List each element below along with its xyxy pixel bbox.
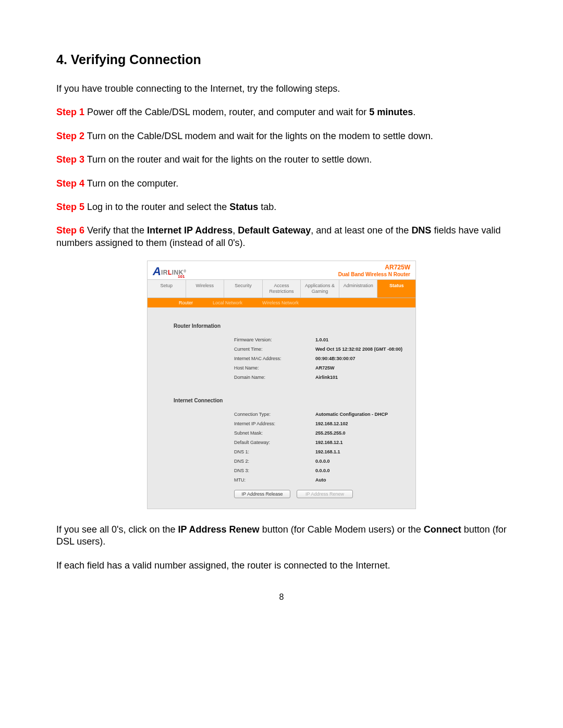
row-dns3: DNS 3: 0.0.0.0: [158, 468, 409, 473]
kv-label: DNS 3:: [234, 468, 307, 473]
router-header: A IR L INK ® 101 AR725W Dual Band Wirele…: [148, 261, 415, 279]
document-page: 4. Verifying Connection If you have trou…: [0, 0, 563, 623]
t1: If you see all 0's, click on the: [56, 524, 178, 535]
status-body: Router Information Firmware Version: 1.0…: [148, 307, 415, 509]
section-internet-connection: Internet Connection: [174, 398, 409, 403]
step-text: Log in to the router and select the: [84, 202, 229, 212]
step-label: Step 4: [56, 178, 84, 189]
model-description: Dual Band Wireless N Router: [338, 272, 410, 278]
kv-label: Connection Type:: [234, 412, 307, 417]
kv-value: Auto: [315, 477, 326, 483]
kv-label: Subnet Mask:: [234, 430, 307, 436]
row-mtu: MTU: Auto: [158, 477, 409, 483]
after-paragraph-1: If you see all 0's, click on the IP Addr…: [56, 524, 507, 548]
row-connection-type: Connection Type: Automatic Configuration…: [158, 412, 409, 417]
kv-label: Firmware Version:: [234, 337, 307, 342]
subtab-wireless-network[interactable]: Wireless Network: [262, 300, 299, 305]
kv-label: Internet MAC Address:: [234, 356, 307, 361]
row-default-gateway: Default Gateway: 192.168.12.1: [158, 440, 409, 445]
b3: DNS: [411, 225, 431, 236]
row-host-name: Host Name: AR725W: [158, 365, 409, 371]
kv-value: AR725W: [315, 365, 335, 371]
model-number: AR725W: [338, 264, 410, 272]
logo-reg: ®: [183, 269, 187, 273]
intro-paragraph: If you have trouble connecting to the In…: [56, 83, 507, 95]
step-label: Step 5: [56, 202, 84, 212]
step-1: Step 1 Power off the Cable/DSL modem, ro…: [56, 106, 507, 118]
step-5: Step 5 Log in to the router and select t…: [56, 201, 507, 213]
row-dns2: DNS 2: 0.0.0.0: [158, 459, 409, 464]
tab-access-restrictions[interactable]: Access Restrictions: [263, 279, 301, 298]
step-bold: 5 minutes: [369, 107, 413, 117]
row-subnet-mask: Subnet Mask: 255.255.255.0: [158, 430, 409, 436]
kv-value: 192.168.12.1: [315, 440, 343, 445]
row-domain-name: Domain Name: Airlink101: [158, 375, 409, 380]
step-text: Turn on the computer.: [84, 178, 178, 189]
row-internet-mac: Internet MAC Address: 00:90:4B:30:00:07: [158, 356, 409, 361]
step-label: Step 1: [56, 107, 84, 117]
t3: , and at least one of the: [311, 225, 411, 236]
tab-applications-gaming[interactable]: Applications & Gaming: [301, 279, 339, 298]
section-heading: 4. Verifying Connection: [56, 52, 507, 67]
kv-label: Current Time:: [234, 347, 307, 352]
tab-setup[interactable]: Setup: [148, 279, 186, 298]
step-bold: Status: [229, 202, 258, 212]
step-6: Step 6 Verify that the Internet IP Addre…: [56, 225, 507, 249]
row-current-time: Current Time: Wed Oct 15 12:32:02 2008 (…: [158, 347, 409, 352]
kv-label: Internet IP Address:: [234, 421, 307, 426]
subtab-router[interactable]: Router: [179, 300, 193, 305]
section-router-information: Router Information: [174, 323, 409, 329]
kv-label: MTU:: [234, 477, 307, 483]
tab-wireless[interactable]: Wireless: [186, 279, 225, 298]
airlink-logo: A IR L INK ® 101: [153, 265, 187, 277]
step-text: Turn on the router and wait for the ligh…: [84, 154, 372, 165]
sub-tab-bar: Router Local Network Wireless Network: [148, 298, 415, 307]
header-right: AR725W Dual Band Wireless N Router: [338, 264, 410, 277]
step-text-b: .: [413, 107, 415, 117]
kv-value: Airlink101: [315, 375, 338, 380]
b2: Connect: [424, 524, 461, 535]
kv-label: DNS 2:: [234, 459, 307, 464]
step-label: Step 2: [56, 131, 84, 141]
tab-security[interactable]: Security: [224, 279, 263, 298]
step-label: Step 3: [56, 154, 84, 165]
logo-sub: 101: [178, 274, 185, 279]
t2: ,: [232, 225, 238, 236]
ip-address-release-button[interactable]: IP Address Release: [234, 490, 290, 498]
subtab-local-network[interactable]: Local Network: [213, 300, 242, 305]
logo-text-1: IR: [161, 269, 168, 276]
kv-value: Automatic Configuration - DHCP: [315, 412, 388, 417]
t1: Verify that the: [84, 225, 147, 236]
kv-value: 1.0.01: [315, 337, 328, 342]
row-internet-ip: Internet IP Address: 192.168.12.102: [158, 421, 409, 426]
router-status-screenshot: A IR L INK ® 101 AR725W Dual Band Wirele…: [147, 261, 416, 509]
step-label: Step 6: [56, 225, 84, 236]
tab-status[interactable]: Status: [377, 279, 415, 298]
kv-label: DNS 1:: [234, 449, 307, 454]
b1: Internet IP Address: [147, 225, 232, 236]
step-4: Step 4 Turn on the computer.: [56, 178, 507, 190]
main-tab-bar: Setup Wireless Security Access Restricti…: [148, 279, 415, 298]
b1: IP Address Renew: [178, 524, 260, 535]
kv-label: Domain Name:: [234, 375, 307, 380]
kv-value: 192.168.1.1: [315, 449, 340, 454]
kv-value: 0.0.0.0: [315, 468, 330, 473]
step-text-b: tab.: [258, 202, 276, 212]
ip-button-row: IP Address Release IP Address Renew: [234, 490, 409, 498]
step-3: Step 3 Turn on the router and wait for t…: [56, 154, 507, 166]
step-text: Power off the Cable/DSL modem, router, a…: [84, 107, 369, 117]
b2: Default Gateway: [238, 225, 311, 236]
t2: button (for Cable Modem users) or the: [260, 524, 424, 535]
kv-label: Host Name:: [234, 365, 307, 371]
row-dns1: DNS 1: 192.168.1.1: [158, 449, 409, 454]
kv-label: Default Gateway:: [234, 440, 307, 445]
ip-address-renew-button[interactable]: IP Address Renew: [297, 490, 353, 498]
after-paragraph-2: If each field has a valid number assigne…: [56, 560, 507, 572]
step-text: Turn on the Cable/DSL modem and wait for…: [84, 131, 433, 141]
tab-administration[interactable]: Administration: [339, 279, 378, 298]
page-number: 8: [56, 593, 507, 602]
kv-value: 0.0.0.0: [315, 459, 330, 464]
kv-value: 00:90:4B:30:00:07: [315, 356, 356, 361]
kv-value: Wed Oct 15 12:32:02 2008 (GMT -08:00): [315, 347, 402, 352]
step-2: Step 2 Turn on the Cable/DSL modem and w…: [56, 130, 507, 142]
